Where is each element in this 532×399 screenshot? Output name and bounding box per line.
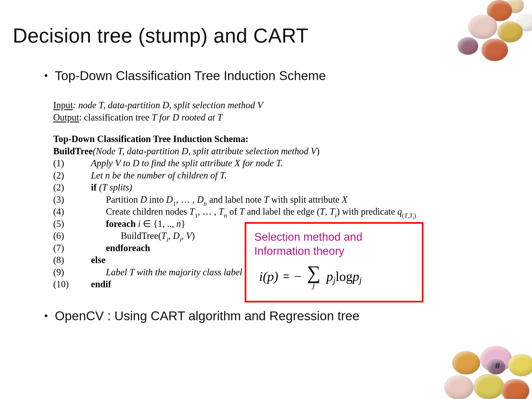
egg-icon [468, 15, 497, 39]
page-number: # [495, 361, 500, 371]
algo-input-line: Input: node T, data-partition D, split s… [53, 99, 505, 111]
sigma-icon: ∑ j [307, 264, 321, 289]
formula-log: log [336, 269, 353, 284]
buildtree-signature: BuildTree(Node T, data-partition D, spli… [53, 145, 505, 157]
slide-title: Decision tree (stump) and CART [13, 24, 309, 47]
input-v: V [257, 100, 263, 110]
output-text: : classification tree [79, 112, 152, 123]
callout-line2: Information theory [254, 245, 344, 257]
egg-icon [508, 354, 532, 376]
output-T: T [152, 112, 157, 123]
egg-icon [473, 374, 504, 399]
bullet-1-text: Top-Down Classification Tree Induction S… [55, 69, 326, 83]
bullet-dot-icon [45, 74, 47, 77]
bullet-2: OpenCV : Using CART algorithm and Regres… [45, 309, 359, 323]
entropy-formula: i(p) = − ∑ j pj log pj [259, 264, 362, 289]
callout-line1: Selection method and [254, 231, 362, 243]
callout-title: Selection method and Information theory [254, 230, 362, 258]
egg-icon [444, 375, 473, 399]
egg-icon [501, 379, 529, 399]
egg-icon [497, 21, 523, 43]
decorative-eggs-top-right [447, 0, 532, 61]
formula-minus: − [294, 269, 302, 284]
formula-p2: p [352, 269, 359, 284]
bullet-dot-icon [45, 314, 47, 317]
output-tail: for D rooted at T [157, 112, 223, 123]
egg-icon [458, 37, 478, 55]
formula-p1-sub: j [333, 275, 335, 285]
bullet-1: Top-Down Classification Tree Induction S… [45, 68, 326, 83]
algo-line: (1)Apply V to D to find the split attrib… [53, 157, 505, 169]
algo-line: (2)Let n be the number of children of T. [53, 169, 505, 182]
input-text: : node T, data-partition D, split select… [73, 100, 257, 110]
slide: Decision tree (stump) and CART Top-Down … [0, 0, 532, 399]
bullet-2-text: OpenCV : Using CART algorithm and Regres… [55, 309, 359, 323]
schema-title: Top-Down Classification Tree Induction S… [53, 133, 505, 145]
algo-line: (2)if (T splits) [53, 181, 505, 194]
formula-p2-sub: j [359, 275, 361, 285]
formula-p1: p [326, 269, 333, 284]
algo-output-line: Output: classification tree T for D root… [53, 111, 505, 124]
egg-icon [452, 351, 480, 375]
algo-line: (3)Partition D into D1, … , Dn and label… [53, 194, 505, 206]
algo-line: (4)Create children nodes T1, … , Tn of T… [53, 206, 505, 218]
output-label: Output [53, 112, 79, 123]
decorative-eggs-bottom-right [434, 335, 532, 399]
callout-box: Selection method and Information theory … [245, 222, 423, 302]
formula-lhs: i(p) [259, 269, 278, 284]
formula-eq: = [283, 270, 289, 282]
input-label: Input [53, 100, 73, 110]
egg-icon [481, 39, 508, 61]
